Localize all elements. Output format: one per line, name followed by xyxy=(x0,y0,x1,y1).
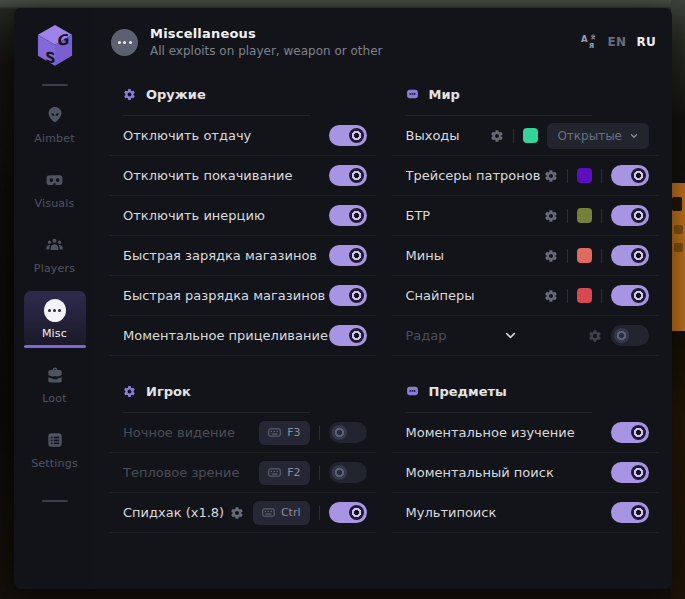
translate-icon: A я xyxy=(580,33,598,51)
row-label: Быстрая разрядка магазинов xyxy=(123,288,329,303)
section-items-header: Предметы xyxy=(392,381,659,401)
svg-text:S: S xyxy=(45,48,55,67)
row-ammo-tracers: Трейсеры патронов xyxy=(392,156,659,196)
control-divider xyxy=(601,289,602,303)
section-player: Игрок Ночное видение F3 xyxy=(109,381,376,533)
toggle-no-sway[interactable] xyxy=(329,165,367,186)
sidebar-item-label: Aimbet xyxy=(34,132,75,145)
briefcase-icon xyxy=(44,364,66,386)
gear-icon[interactable] xyxy=(490,129,504,143)
row-label: Тепловое зрение xyxy=(123,465,259,480)
toggle-mines[interactable] xyxy=(611,245,649,266)
row-fast-reload: Быстрая зарядка магазинов xyxy=(109,236,376,276)
color-swatch[interactable] xyxy=(577,288,592,303)
hotkey-label: Ctrl xyxy=(281,506,301,519)
toggle-instant-loot[interactable] xyxy=(611,462,649,483)
toggle-radar[interactable] xyxy=(611,325,649,346)
svg-text:G: G xyxy=(57,30,69,49)
vr-goggles-icon xyxy=(44,169,66,191)
lang-ru-button[interactable]: RU xyxy=(636,35,656,49)
control-divider xyxy=(601,209,602,223)
toggle-multi-loot[interactable] xyxy=(611,502,649,523)
chevron-down-icon[interactable] xyxy=(503,328,588,343)
color-swatch[interactable] xyxy=(523,128,538,143)
color-swatch[interactable] xyxy=(577,168,592,183)
row-label: Моментальное изучение xyxy=(406,425,612,440)
toggle-instant-research[interactable] xyxy=(611,422,649,443)
hotkey-label: F2 xyxy=(287,466,300,479)
toggle-btr[interactable] xyxy=(611,205,649,226)
hotkey-badge[interactable]: F2 xyxy=(259,461,309,485)
toggle-no-recoil[interactable] xyxy=(329,125,367,146)
row-label: Спидхак (x1.8) xyxy=(123,505,230,520)
row-multi-loot: Мультипоиск xyxy=(392,493,659,533)
row-no-inertia: Отключить инерцию xyxy=(109,196,376,236)
gear-icon[interactable] xyxy=(544,169,558,183)
section-weapon: Оружие Отключить отдачу Отключить покачи… xyxy=(109,84,376,356)
sidebar-item-label: Settings xyxy=(31,457,78,470)
app-logo: S G xyxy=(33,20,77,72)
sidebar-divider-bottom xyxy=(42,500,68,502)
toggle-thermal-vision[interactable] xyxy=(329,462,367,483)
page-subtitle: All exploits on player, weapon or other xyxy=(150,44,580,58)
toggle-instant-ads[interactable] xyxy=(329,325,367,346)
sidebar-item-label: Visuals xyxy=(35,197,75,210)
row-instant-research: Моментальное изучение xyxy=(392,413,659,453)
svg-text:я: я xyxy=(589,40,594,50)
sidebar-item-misc[interactable]: Misc xyxy=(24,291,86,347)
page-header: Miscellaneous All exploits on player, we… xyxy=(95,8,672,68)
toggle-fast-reload[interactable] xyxy=(329,245,367,266)
sidebar-item-loot[interactable]: Loot xyxy=(24,356,86,412)
toggle-fast-unload[interactable] xyxy=(329,285,367,306)
row-label: Ночное видение xyxy=(123,425,259,440)
alien-icon xyxy=(44,104,66,126)
control-divider xyxy=(319,466,320,480)
color-swatch[interactable] xyxy=(577,208,592,223)
row-exits: Выходы Открытые xyxy=(392,116,659,156)
sidebar-item-players[interactable]: Players xyxy=(24,226,86,282)
language-switcher: A я EN RU xyxy=(580,33,656,51)
gear-icon[interactable] xyxy=(544,249,558,263)
background-game-sign xyxy=(672,183,685,331)
row-label: Выходы xyxy=(406,128,491,143)
gear-icon[interactable] xyxy=(588,329,602,343)
row-no-sway: Отключить покачивание xyxy=(109,156,376,196)
control-divider xyxy=(513,129,514,143)
chat-dots-icon xyxy=(406,88,419,101)
section-player-header: Игрок xyxy=(109,381,376,401)
section-title: Оружие xyxy=(146,87,206,102)
gear-icon[interactable] xyxy=(230,506,244,520)
sidebar-item-aimbet[interactable]: Aimbet xyxy=(24,96,86,152)
ellipsis-icon xyxy=(44,299,66,321)
sidebar-nav: Aimbet Visuals xyxy=(14,96,95,486)
toggle-speedhack[interactable] xyxy=(329,502,367,523)
control-divider xyxy=(319,506,320,520)
toggle-snipers[interactable] xyxy=(611,285,649,306)
hotkey-badge[interactable]: F3 xyxy=(259,421,309,445)
control-divider xyxy=(601,169,602,183)
sidebar-item-visuals[interactable]: Visuals xyxy=(24,161,86,217)
section-items: Предметы Моментальное изучение Моменталь… xyxy=(392,381,659,533)
lang-en-button[interactable]: EN xyxy=(608,35,627,49)
left-column: Оружие Отключить отдачу Отключить покачи… xyxy=(109,84,376,589)
right-column: Мир Выходы Открытые xyxy=(392,84,659,589)
sidebar-item-label: Players xyxy=(34,262,75,275)
gear-icon[interactable] xyxy=(544,209,558,223)
control-divider xyxy=(567,249,568,263)
hotkey-badge[interactable]: Ctrl xyxy=(253,501,310,525)
section-title: Игрок xyxy=(146,384,191,399)
row-label: Моментальный поиск xyxy=(406,465,612,480)
gear-icon[interactable] xyxy=(544,289,558,303)
color-swatch[interactable] xyxy=(577,248,592,263)
chat-dots-icon xyxy=(406,385,419,398)
control-divider xyxy=(567,289,568,303)
exits-dropdown[interactable]: Открытые xyxy=(547,123,649,149)
toggle-no-inertia[interactable] xyxy=(329,205,367,226)
section-world-header: Мир xyxy=(392,84,659,104)
svg-text:A: A xyxy=(580,34,587,44)
toggle-ammo-tracers[interactable] xyxy=(611,165,649,186)
row-snipers: Снайперы xyxy=(392,276,659,316)
row-radar: Радар xyxy=(392,316,659,356)
toggle-night-vision[interactable] xyxy=(329,422,367,443)
sidebar-item-settings[interactable]: Settings xyxy=(24,421,86,477)
